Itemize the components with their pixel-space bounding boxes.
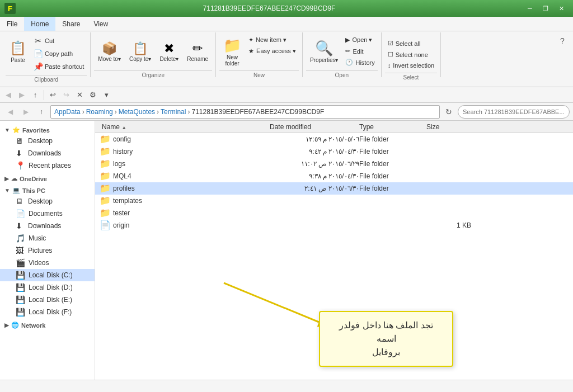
paste-button[interactable]: 📋 Paste — [6, 34, 30, 69]
properties-toolbar-button[interactable]: ⚙ — [87, 89, 99, 101]
paste-shortcut-button[interactable]: 📌 Paste shortcut — [31, 60, 87, 73]
sidebar-thispc-section[interactable]: ▼ 💻 This PC — [0, 183, 95, 195]
sidebar-item-local-disk-f[interactable]: 💾 Local Disk (F:) — [0, 306, 95, 318]
table-row[interactable]: 📁 history ٢٠١٥/٠٤/٣٠ م ٩:٤٢ File folder — [95, 145, 573, 158]
thispc-downloads-label: Downloads — [28, 222, 61, 230]
col-header-size[interactable]: Size — [424, 123, 469, 131]
up-button[interactable]: ↑ — [29, 89, 41, 101]
sidebar-item-local-disk-c[interactable]: 💾 Local Disk (C:) — [0, 269, 95, 281]
select-all-button[interactable]: ☑ Select all — [385, 38, 437, 49]
sidebar-item-downloads[interactable]: ⬇ Downloads — [0, 147, 95, 159]
organize-label: Organize — [94, 70, 212, 78]
new-folder-button[interactable]: 📁 Newfolder — [219, 34, 245, 69]
ribbon-group-organize: 📦 Move to▾ 📋 Copy to▾ ✖ Delete▾ ✏ Rename… — [91, 32, 216, 77]
select-none-icon: ☐ — [388, 51, 393, 58]
delete-label: Delete▾ — [159, 56, 179, 62]
history-button[interactable]: 🕐 History — [342, 57, 377, 68]
forward-button[interactable]: ▶ — [16, 89, 28, 101]
table-row[interactable]: 📁 tester — [95, 207, 573, 219]
select-none-button[interactable]: ☐ Select none — [385, 49, 437, 60]
history-icon: 🕐 — [345, 59, 353, 66]
onedrive-icon: ☁ — [11, 175, 17, 182]
copy-to-button[interactable]: 📋 Copy to▾ — [125, 34, 155, 69]
menu-view[interactable]: View — [87, 17, 115, 31]
open-button[interactable]: ▶ Open ▾ — [342, 35, 377, 45]
sidebar-item-thispc-desktop[interactable]: 🖥 Desktop — [0, 195, 95, 207]
sidebar-item-pictures[interactable]: 🖼 Pictures — [0, 244, 95, 257]
properties-button[interactable]: 🔍 Properties▾ — [306, 34, 342, 69]
col-header-date[interactable]: Date modified — [267, 123, 357, 131]
edit-label: Edit — [353, 48, 363, 55]
address-path[interactable]: AppData › Roaming › MetaQuotes › Termina… — [50, 105, 440, 119]
window-controls: ─ ❐ ✕ — [523, 2, 569, 15]
path-segment-roaming[interactable]: Roaming — [86, 108, 113, 116]
help-button[interactable]: ? — [556, 35, 569, 47]
file-date: ٢٠١٥/٠٥/٠٦ م ١٢:٥٩ — [270, 135, 359, 143]
sidebar-favorites-section[interactable]: ▼ ⭐ Favorites — [0, 123, 95, 135]
file-date: ٢٠١٥/٠٦/٣٠ ص ٢:٤١ — [270, 185, 359, 192]
undo-button[interactable]: ↩ — [46, 89, 59, 101]
cut-label: Cut — [45, 37, 54, 44]
sidebar-item-videos[interactable]: 🎬 Videos — [0, 257, 95, 269]
nav-back-button[interactable]: ◀ — [3, 105, 17, 119]
delete-button[interactable]: ✖ Delete▾ — [156, 34, 182, 69]
table-row[interactable]: 📁 templates — [95, 195, 573, 207]
menu-file[interactable]: File — [0, 17, 24, 31]
invert-selection-button[interactable]: ↕ Invert selection — [385, 60, 437, 70]
minimize-button[interactable]: ─ — [523, 2, 537, 15]
network-label: Network — [21, 322, 45, 329]
customize-toolbar-button[interactable]: ▾ — [100, 89, 112, 101]
search-input[interactable] — [463, 108, 565, 115]
edit-button[interactable]: ✏ Edit — [342, 46, 377, 56]
move-to-button[interactable]: 📦 Move to▾ — [94, 34, 125, 69]
path-separator-3: › — [157, 108, 159, 116]
back-button[interactable]: ◀ — [2, 89, 15, 101]
table-row[interactable]: 📁 MQL4 ٢٠١٥/٠٤/٣٠ م ٩:٣٨ File folder — [95, 170, 573, 182]
recent-places-icon: 📍 — [16, 161, 25, 170]
close-button[interactable]: ✕ — [554, 2, 569, 15]
path-segment-appdata[interactable]: AppData — [54, 108, 81, 116]
sidebar-item-local-disk-e[interactable]: 💾 Local Disk (E:) — [0, 294, 95, 306]
table-row[interactable]: 📁 logs ٢٠١٥/٠٦/٢٩ ص ١١:٠٢ File folder — [95, 158, 573, 170]
refresh-button[interactable]: ↻ — [442, 105, 455, 119]
path-segment-terminal[interactable]: Terminal — [161, 108, 186, 116]
sidebar-item-music[interactable]: 🎵 Music — [0, 232, 95, 244]
search-box[interactable] — [458, 105, 570, 119]
restore-button[interactable]: ❐ — [538, 2, 553, 15]
easy-access-button[interactable]: ★ Easy access ▾ — [246, 46, 299, 56]
col-header-name[interactable]: Name ▲ — [100, 123, 267, 131]
favorites-icon: ⭐ — [12, 126, 20, 134]
easy-access-icon: ★ — [248, 48, 254, 55]
sidebar-item-thispc-downloads[interactable]: ⬇ Downloads — [0, 220, 95, 232]
rename-button[interactable]: ✏ Rename — [183, 34, 212, 69]
redo-button[interactable]: ↪ — [60, 89, 72, 101]
sidebar-item-local-disk-d[interactable]: 💾 Local Disk (D:) — [0, 281, 95, 294]
table-row[interactable]: 📁 profiles ٢٠١٥/٠٦/٣٠ ص ٢:٤١ File folder — [95, 182, 573, 195]
favorites-arrow: ▼ — [4, 127, 10, 133]
nav-forward-button[interactable]: ▶ — [19, 105, 32, 119]
table-row[interactable]: 📁 config ٢٠١٥/٠٥/٠٦ م ١٢:٥٩ File folder — [95, 133, 573, 145]
sidebar-item-desktop[interactable]: 🖥 Desktop — [0, 135, 95, 147]
delete-toolbar-button[interactable]: ✕ — [73, 89, 86, 101]
cut-button[interactable]: ✂ Cut — [31, 35, 87, 47]
table-row[interactable]: 📄 origin 1 KB — [95, 219, 573, 232]
paste-icon: 📋 — [10, 40, 26, 56]
col-header-type[interactable]: Type — [357, 123, 424, 131]
sidebar-network-section[interactable]: ▶ 🌐 Network — [0, 318, 95, 330]
menu-home[interactable]: Home — [24, 17, 55, 31]
network-icon: 🌐 — [11, 322, 19, 329]
annotation-box: تجد الملف هنا داخل فولدر اسمه بروفايل — [319, 311, 453, 367]
properties-icon: 🔍 — [315, 40, 333, 57]
menu-share[interactable]: Share — [55, 17, 87, 31]
sidebar-item-documents[interactable]: 📄 Documents — [0, 207, 95, 220]
new-item-button[interactable]: ✦ New item ▾ — [246, 35, 299, 45]
history-label: History — [355, 59, 374, 66]
open-icon: ▶ — [345, 36, 350, 44]
sidebar-onedrive-section[interactable]: ▶ ☁ OneDrive — [0, 172, 95, 183]
nav-up-button[interactable]: ↑ — [35, 105, 48, 119]
path-segment-metaquotes[interactable]: MetaQuotes — [119, 108, 155, 116]
file-type: File folder — [359, 160, 426, 168]
sidebar-item-recent-places[interactable]: 📍 Recent places — [0, 159, 95, 172]
copy-path-button[interactable]: 📄 Copy path — [31, 48, 87, 60]
file-name: templates — [113, 197, 270, 205]
